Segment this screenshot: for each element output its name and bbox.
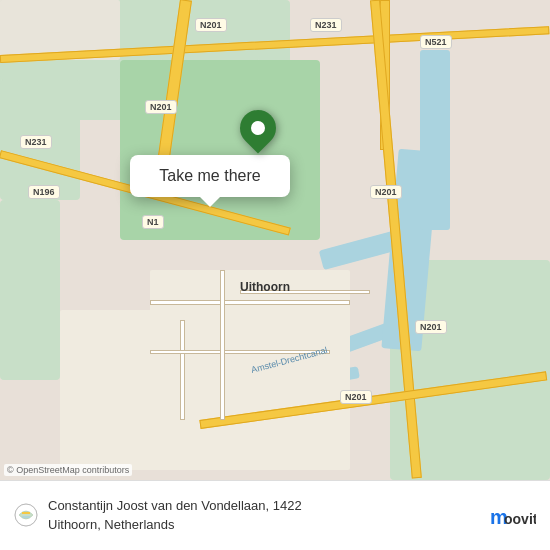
moovit-svg: m oovit (488, 500, 536, 532)
moovit-logo: m oovit (488, 500, 536, 532)
label-n1: N1 (142, 215, 164, 229)
label-n231: N231 (310, 18, 342, 32)
location-popup[interactable]: Take me there (130, 155, 290, 197)
label-n231-left: N231 (20, 135, 52, 149)
pin-inner (248, 118, 268, 138)
label-n521: N521 (420, 35, 452, 49)
road-secondary4 (220, 270, 225, 420)
address-line1: Constantijn Joost van den Vondellaan, 14… (48, 498, 302, 513)
label-n201-br: N201 (340, 390, 372, 404)
take-me-there-button[interactable]: Take me there (159, 167, 260, 185)
address-line2: Uithoorn, Netherlands (48, 517, 174, 532)
green-area-sw (0, 200, 60, 380)
water-east2 (420, 50, 450, 230)
address-text: Constantijn Joost van den Vondellaan, 14… (48, 497, 478, 533)
label-n196: N196 (28, 185, 60, 199)
label-n201-bottom: N201 (415, 320, 447, 334)
map-pin (240, 110, 276, 146)
label-n201-top: N201 (195, 18, 227, 32)
road-secondary1 (150, 300, 350, 305)
road-secondary2 (180, 320, 185, 420)
label-n201-right: N201 (370, 185, 402, 199)
city-label-uithoorn: Uithoorn (240, 280, 290, 294)
urban-west (60, 310, 180, 470)
footer-bar: Constantijn Joost van den Vondellaan, 14… (0, 480, 550, 550)
map-view: N201 N231 N521 N201 N231 N196 N1 N201 N2… (0, 0, 550, 480)
osm-copyright: © OpenStreetMap contributors (4, 464, 132, 476)
osm-logo (14, 503, 38, 529)
label-n201-left: N201 (145, 100, 177, 114)
pin-shape (233, 103, 284, 154)
svg-text:oovit: oovit (504, 511, 536, 527)
